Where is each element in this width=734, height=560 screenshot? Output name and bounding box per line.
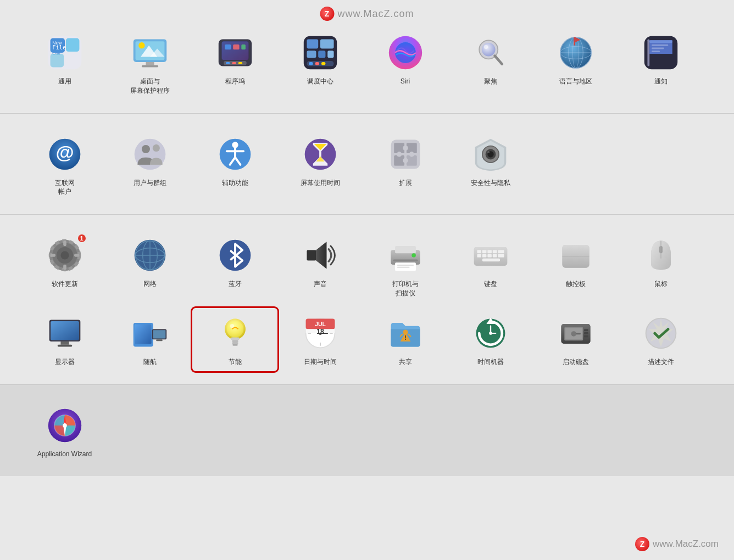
svg-point-56 (134, 138, 165, 170)
svg-rect-70 (406, 155, 416, 165)
svg-rect-118 (482, 259, 499, 262)
icon-wrap-security (471, 135, 510, 174)
item-sound-label: 声音 (314, 279, 327, 289)
screen-time-icon (302, 136, 339, 173)
item-displays[interactable]: 显示器 (22, 308, 107, 371)
icon-wrap-siri (386, 33, 425, 72)
svg-rect-69 (394, 155, 404, 165)
item-network[interactable]: 网络 (107, 230, 192, 303)
svg-line-40 (494, 56, 502, 64)
siri-icon (387, 34, 424, 71)
network-icon (131, 237, 169, 274)
svg-rect-84 (63, 241, 66, 246)
item-network-label: 网络 (143, 279, 157, 289)
item-sharing[interactable]: ! 共享 (363, 308, 448, 371)
item-bluetooth-label: 蓝牙 (229, 279, 242, 289)
item-profiles[interactable]: 描述文件 (618, 308, 703, 371)
general-icon: File New One (46, 34, 84, 71)
item-mouse[interactable]: 鼠标 (618, 230, 703, 303)
item-dock[interactable]: 程序坞 (192, 27, 277, 100)
application-wizard-icon (46, 407, 84, 444)
item-dock-label: 程序坞 (225, 77, 245, 86)
svg-point-73 (409, 152, 414, 156)
item-keyboard[interactable]: 键盘 (448, 230, 533, 303)
item-date-time[interactable]: JUL 18 日期与时间 (277, 308, 363, 371)
icon-wrap-accessibility (215, 135, 255, 174)
svg-rect-131 (135, 324, 151, 344)
bluetooth-icon (216, 237, 254, 274)
svg-rect-16 (221, 41, 248, 60)
svg-rect-100 (395, 246, 416, 253)
item-internet-accounts[interactable]: @ 互联网帐户 (22, 129, 107, 201)
svg-rect-46 (574, 37, 575, 46)
svg-rect-113 (477, 254, 481, 257)
svg-rect-171 (584, 335, 588, 338)
item-language-region[interactable]: 语言与地区 (533, 27, 618, 100)
icon-wrap-mission-control (301, 33, 340, 72)
item-application-wizard[interactable]: Application Wizard (22, 400, 107, 463)
profiles-icon (642, 315, 680, 352)
svg-rect-23 (241, 44, 246, 49)
svg-rect-19 (232, 62, 236, 64)
item-printers-scanners[interactable]: 打印机与扫描仪 (363, 230, 448, 303)
item-spotlight[interactable]: 聚焦 (448, 27, 533, 100)
icon-wrap-spotlight (471, 33, 510, 72)
icon-wrap-internet-accounts: @ (45, 135, 85, 174)
item-notifications[interactable]: 通知 (618, 27, 703, 100)
svg-point-58 (152, 144, 159, 152)
item-sound[interactable]: 声音 (277, 230, 363, 303)
item-desktop-label: 桌面与屏幕保护程序 (130, 77, 170, 96)
item-startup-disk[interactable]: 启动磁盘 (533, 308, 618, 371)
svg-rect-18 (226, 62, 230, 64)
bottom-section: Application Wizard (0, 385, 734, 477)
icon-wrap-mouse (641, 236, 681, 275)
item-general[interactable]: File New One 通用 (22, 27, 107, 100)
item-mission-control[interactable]: 调度中心 (277, 27, 363, 100)
item-screen-time-label: 屏幕使用时间 (301, 178, 340, 188)
sound-icon (302, 237, 339, 274)
item-screen-time[interactable]: 屏幕使用时间 (277, 129, 363, 201)
icon-wrap-profiles (641, 313, 681, 353)
item-desktop-screensaver[interactable]: 桌面与屏幕保护程序 (107, 27, 192, 100)
svg-text:New: New (52, 40, 62, 46)
item-sidecar[interactable]: 随航 (107, 308, 192, 371)
item-energy-saver[interactable]: 节能 (192, 308, 277, 371)
icon-wrap-date-time: JUL 18 (301, 313, 340, 353)
svg-rect-21 (225, 44, 231, 49)
svg-text:!: ! (404, 334, 407, 341)
item-extensions-label: 扩展 (399, 178, 412, 188)
svg-rect-85 (63, 265, 66, 270)
svg-rect-112 (498, 250, 504, 254)
item-accessibility[interactable]: 辅助功能 (192, 129, 277, 201)
item-bluetooth[interactable]: 蓝牙 (192, 230, 277, 303)
icon-wrap-trackpad (556, 236, 596, 275)
svg-point-157 (403, 329, 408, 334)
svg-rect-95 (307, 250, 316, 261)
item-extensions[interactable]: 扩展 (363, 129, 448, 201)
icon-wrap-network (130, 236, 170, 275)
svg-rect-67 (394, 143, 404, 153)
item-time-machine[interactable]: 时间机器 (448, 308, 533, 371)
item-sidecar-label: 随航 (143, 357, 157, 367)
item-siri-label: Siri (401, 77, 410, 86)
keyboard-icon (472, 237, 509, 274)
item-trackpad-label: 触控板 (566, 279, 586, 289)
item-spotlight-label: 聚焦 (484, 77, 497, 86)
item-software-update[interactable]: 1 软件更新 (22, 230, 107, 303)
svg-rect-140 (232, 344, 237, 346)
item-trackpad[interactable]: 触控板 (533, 230, 618, 303)
item-siri[interactable]: Siri (363, 27, 448, 100)
software-update-badge: 1 (77, 233, 87, 243)
svg-point-57 (141, 145, 149, 153)
svg-point-168 (571, 331, 576, 336)
svg-rect-27 (307, 51, 316, 58)
item-general-label: 通用 (58, 77, 71, 86)
svg-rect-50 (649, 40, 672, 43)
item-users-groups[interactable]: 用户与群组 (107, 129, 192, 201)
software-update-icon (46, 237, 84, 274)
item-security-privacy[interactable]: 安全性与隐私 (448, 129, 533, 201)
svg-rect-137 (231, 337, 239, 340)
svg-point-141 (226, 321, 243, 337)
icon-wrap-notifications (641, 33, 681, 72)
item-sharing-label: 共享 (399, 357, 412, 367)
